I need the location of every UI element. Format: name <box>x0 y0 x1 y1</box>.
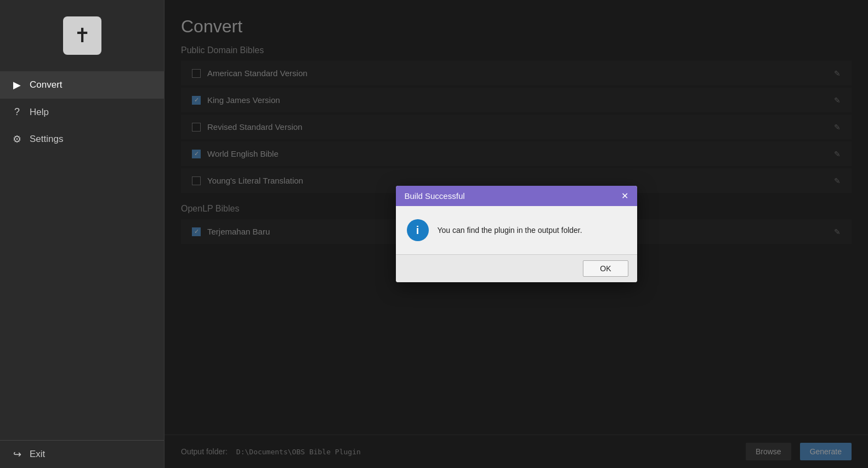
dialog-ok-button[interactable]: OK <box>583 260 628 277</box>
logo-icon: ✝ <box>63 16 101 55</box>
sidebar-item-convert[interactable]: ▶ Convert <box>0 71 164 99</box>
sidebar-nav: ▶ Convert ? Help ⚙ Settings <box>0 66 164 440</box>
settings-icon: ⚙ <box>11 133 23 145</box>
exit-icon: ↪ <box>11 448 23 460</box>
dialog-title: Build Successful <box>405 191 465 201</box>
dialog-header: Build Successful ✕ <box>396 186 637 206</box>
sidebar-item-convert-label: Convert <box>30 79 63 90</box>
dialog-message: You can find the plugin in the output fo… <box>438 226 582 235</box>
sidebar-item-settings[interactable]: ⚙ Settings <box>0 125 164 153</box>
dialog-close-button[interactable]: ✕ <box>621 192 628 201</box>
build-successful-dialog: Build Successful ✕ i You can find the pl… <box>396 186 637 282</box>
dialog-overlay: Build Successful ✕ i You can find the pl… <box>164 0 868 468</box>
app-logo: ✝ <box>0 0 164 66</box>
dialog-footer: OK <box>396 254 637 282</box>
sidebar-item-help[interactable]: ? Help <box>0 99 164 125</box>
main-area: Convert Public Domain Bibles American St… <box>164 0 868 468</box>
convert-icon: ▶ <box>11 79 23 91</box>
dialog-body: i You can find the plugin in the output … <box>396 206 637 254</box>
help-icon: ? <box>11 106 23 118</box>
sidebar-item-settings-label: Settings <box>30 134 63 145</box>
exit-label: Exit <box>30 449 45 460</box>
sidebar: ✝ ▶ Convert ? Help ⚙ Settings ↪ Exit <box>0 0 164 468</box>
sidebar-item-help-label: Help <box>30 107 49 118</box>
sidebar-bottom: ↪ Exit <box>0 440 164 468</box>
info-icon: i <box>407 219 429 241</box>
exit-button[interactable]: ↪ Exit <box>11 448 153 460</box>
